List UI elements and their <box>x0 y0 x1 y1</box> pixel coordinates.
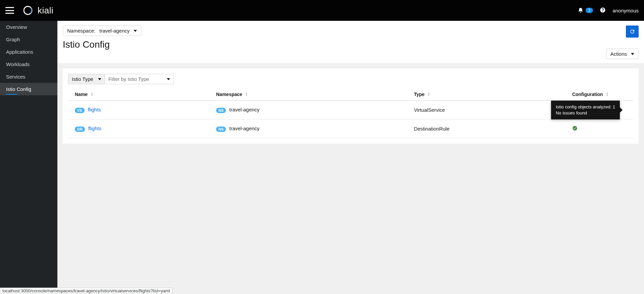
namespace-value: travel-agency <box>99 28 130 34</box>
namespace-badge: NS <box>216 108 226 113</box>
chevron-down-icon <box>134 30 137 32</box>
check-circle-icon <box>572 126 578 131</box>
sidebar-item-overview[interactable]: Overview <box>0 21 57 33</box>
sidebar-item-istio-config[interactable]: Istio Config <box>0 83 57 95</box>
sort-icon: ▲▼ <box>90 92 93 97</box>
filter-type-selector[interactable]: Istio Type <box>68 74 105 84</box>
sidebar-item-workloads[interactable]: Workloads <box>0 58 57 70</box>
column-header-type[interactable]: Type▲▼ <box>407 88 565 101</box>
actions-menu-button[interactable]: Actions <box>606 49 639 59</box>
content-card: Istio Type Filter by Istio Type Name▲▼ <box>63 68 639 144</box>
chevron-down-icon <box>631 53 634 55</box>
sidebar-item-graph[interactable]: Graph <box>0 33 57 46</box>
sort-icon: ▲▼ <box>606 92 609 97</box>
namespace-label: Namespace: <box>67 28 95 34</box>
type-badge: DR <box>75 127 85 132</box>
column-header-name[interactable]: Name▲▼ <box>68 88 209 101</box>
actions-label: Actions <box>610 51 627 57</box>
help-button[interactable] <box>600 7 606 14</box>
config-name-link[interactable]: flights <box>88 107 101 112</box>
cell-type: DestinationRule <box>407 119 565 138</box>
cell-namespace: NStravel-agency <box>209 101 407 119</box>
filter-type-label: Istio Type <box>72 76 93 82</box>
masthead-toolbar: 3 anonymous <box>578 7 639 14</box>
sidebar-item-applications[interactable]: Applications <box>0 46 57 58</box>
cell-name: VSflights <box>68 101 209 119</box>
sort-icon: ▲▼ <box>245 92 248 97</box>
table-row: VSflightsNStravel-agencyVirtualServiceIs… <box>68 101 633 119</box>
notifications-button[interactable]: 3 <box>578 7 593 13</box>
kiali-logo-icon <box>23 6 35 15</box>
filter-value-selector[interactable]: Filter by Istio Type <box>105 74 174 84</box>
sidebar-item-services[interactable]: Services <box>0 70 57 83</box>
refresh-icon <box>629 29 635 35</box>
chevron-down-icon <box>167 78 170 80</box>
cell-configuration <box>565 119 633 138</box>
user-menu[interactable]: anonymous <box>612 8 639 13</box>
sidebar-nav: Overview Graph Applications Workloads Se… <box>0 21 57 294</box>
menu-toggle-button[interactable] <box>5 7 14 14</box>
namespace-badge: NS <box>216 127 226 132</box>
chevron-down-icon <box>98 78 101 80</box>
table-row: DRflightsNStravel-agencyDestinationRule <box>68 119 633 138</box>
validation-tooltip: Istio config objects analyzed: 1No issue… <box>551 100 620 119</box>
namespace-selector[interactable]: Namespace: travel-agency <box>63 26 141 36</box>
cell-namespace: NStravel-agency <box>209 119 407 138</box>
column-header-configuration[interactable]: Configuration▲▼ <box>565 88 633 101</box>
brand-text: kiali <box>38 5 53 16</box>
status-bar: localhost:3000/console/namespaces/travel… <box>0 288 172 294</box>
main-content: Namespace: travel-agency Istio Config Ac… <box>57 21 644 294</box>
brand[interactable]: kiali <box>23 5 53 16</box>
refresh-button[interactable] <box>626 26 639 38</box>
sort-icon: ▲▼ <box>427 92 430 97</box>
page-header: Namespace: travel-agency Istio Config Ac… <box>57 21 644 63</box>
bell-icon <box>578 7 584 13</box>
column-header-namespace[interactable]: Namespace▲▼ <box>209 88 407 101</box>
namespace-text: travel-agency <box>229 126 259 131</box>
config-table: Name▲▼ Namespace▲▼ Type▲▼ Configuration▲… <box>68 88 633 138</box>
cell-name: DRflights <box>68 119 209 138</box>
notification-count-badge: 3 <box>586 8 593 13</box>
cell-configuration: Istio config objects analyzed: 1No issue… <box>565 101 633 119</box>
masthead: kiali 3 anonymous <box>0 0 644 21</box>
namespace-text: travel-agency <box>229 107 259 112</box>
config-name-link[interactable]: flights <box>88 126 101 131</box>
type-badge: VS <box>75 108 85 113</box>
cell-type: VirtualService <box>407 101 565 119</box>
filter-toolbar: Istio Type Filter by Istio Type <box>68 74 633 84</box>
help-icon <box>600 7 606 13</box>
filter-placeholder: Filter by Istio Type <box>108 76 149 82</box>
